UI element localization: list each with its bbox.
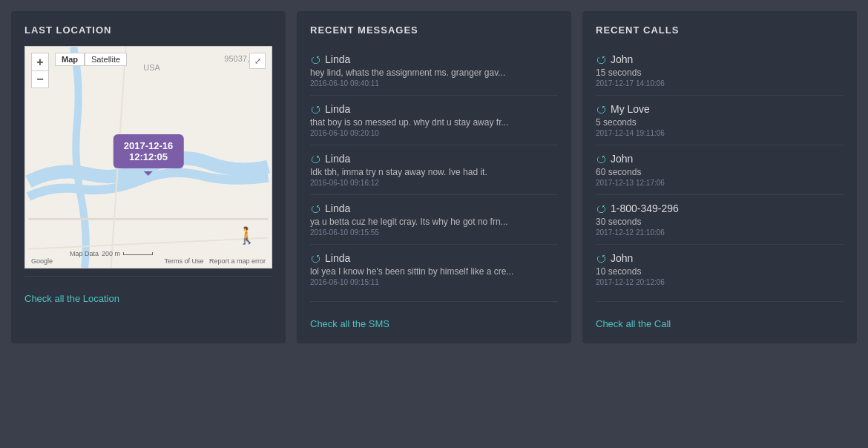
recent-messages-title: RECENT MESSAGES: [310, 24, 558, 36]
call-time: 2017-12-13 12:17:06: [596, 179, 844, 187]
call-item: ⭯ John 10 seconds 2017-12-12 20:12:06: [596, 245, 844, 294]
call-time: 2017-12-12 21:10:06: [596, 228, 844, 237]
message-text: Idk tbh, imma try n stay away now. Ive h…: [310, 167, 558, 177]
recent-calls-title: RECENT CALLS: [596, 24, 844, 36]
caller-name: John: [611, 53, 633, 65]
message-item: ⭯ Linda Idk tbh, imma try n stay away no…: [310, 145, 558, 195]
call-time: 2017-12-12 20:12:06: [596, 278, 844, 286]
call-time: 2017-12-17 14:10:06: [596, 79, 844, 88]
contact-icon: ⭯: [596, 153, 606, 165]
contact-icon: ⭯: [310, 202, 320, 214]
call-name: ⭯ John: [596, 153, 844, 165]
map-type-satellite-button[interactable]: Satellite: [85, 53, 127, 66]
map-country-label: USA: [143, 63, 160, 72]
message-sender: ⭯ Linda: [310, 53, 558, 65]
recent-calls-card: RECENT CALLS ⭯ John 15 seconds 2017-12-1…: [582, 11, 857, 343]
call-item: ⭯ John 15 seconds 2017-12-17 14:10:06: [596, 46, 844, 96]
message-item: ⭯ Linda lol yea I know he's been sittin …: [310, 245, 558, 294]
call-name: ⭯ John: [596, 53, 844, 65]
message-time: 2016-06-10 09:15:11: [310, 278, 558, 286]
recent-messages-card: RECENT MESSAGES ⭯ Linda hey lind, whats …: [297, 11, 571, 343]
map-footer-text: Terms of Use Report a map error: [164, 257, 266, 265]
map-container: + − Map Satellite ⤢ 95037, USA 2017-12-1…: [24, 46, 272, 269]
last-location-card: LAST LOCATION + −: [11, 11, 286, 343]
contact-icon: ⭯: [596, 53, 606, 65]
caller-name: 1-800-349-296: [611, 202, 679, 214]
call-name: ⭯ John: [596, 252, 844, 264]
check-location-link[interactable]: Check all the Location: [24, 293, 119, 304]
sender-name: Linda: [325, 202, 350, 214]
message-sender: ⭯ Linda: [310, 153, 558, 165]
map-scale: Map Data 200 m: [70, 250, 153, 257]
calls-list: ⭯ John 15 seconds 2017-12-17 14:10:06 ⭯ …: [596, 46, 844, 294]
message-time: 2016-06-10 09:16:12: [310, 179, 558, 187]
check-sms-link[interactable]: Check all the SMS: [310, 318, 389, 329]
contact-icon: ⭯: [310, 252, 320, 264]
message-time: 2016-06-10 09:15:55: [310, 228, 558, 237]
call-duration: 60 seconds: [596, 167, 844, 177]
map-type-map-button[interactable]: Map: [55, 53, 85, 66]
call-item: ⭯ My Love 5 seconds 2017-12-14 19:11:06: [596, 96, 844, 145]
contact-icon: ⭯: [596, 252, 606, 264]
call-duration: 15 seconds: [596, 67, 844, 78]
contact-icon: ⭯: [596, 202, 606, 214]
message-sender: ⭯ Linda: [310, 202, 558, 214]
sender-name: Linda: [325, 153, 350, 165]
sender-name: Linda: [325, 103, 350, 115]
sender-name: Linda: [325, 53, 350, 65]
caller-name: John: [611, 252, 633, 264]
map-zoom-controls: + −: [31, 53, 49, 88]
map-pin: 2017-12-16 12:12:05: [114, 134, 184, 168]
message-sender: ⭯ Linda: [310, 103, 558, 115]
map-pin-date: 2017-12-16: [124, 140, 174, 151]
call-name: ⭯ My Love: [596, 103, 844, 115]
calls-section-bottom: Check all the Call: [596, 301, 844, 330]
zoom-out-button[interactable]: −: [31, 70, 49, 88]
messages-list: ⭯ Linda hey lind, whats the assignment m…: [310, 46, 558, 294]
fullscreen-button[interactable]: ⤢: [249, 53, 266, 69]
location-section-bottom: Check all the Location: [24, 276, 272, 305]
call-duration: 5 seconds: [596, 117, 844, 128]
message-time: 2016-06-10 09:20:10: [310, 129, 558, 137]
caller-name: John: [611, 153, 633, 165]
message-text: lol yea I know he's been sittin by himse…: [310, 266, 558, 277]
map-background: + − Map Satellite ⤢ 95037, USA 2017-12-1…: [25, 47, 272, 268]
call-name: ⭯ 1-800-349-296: [596, 202, 844, 214]
call-item: ⭯ John 60 seconds 2017-12-13 12:17:06: [596, 145, 844, 195]
message-time: 2016-06-10 09:40:11: [310, 79, 558, 88]
call-time: 2017-12-14 19:11:06: [596, 129, 844, 137]
contact-icon: ⭯: [310, 103, 320, 115]
map-zip-label: 95037,: [224, 54, 249, 63]
messages-section-bottom: Check all the SMS: [310, 301, 558, 330]
map-google-logo: Google: [31, 257, 53, 265]
call-duration: 10 seconds: [596, 266, 844, 277]
sender-name: Linda: [325, 252, 350, 264]
last-location-title: LAST LOCATION: [24, 24, 272, 36]
message-text: hey lind, whats the assignment ms. grang…: [310, 67, 558, 78]
message-item: ⭯ Linda ya u betta cuz he legit cray. It…: [310, 195, 558, 245]
map-pin-bubble: 2017-12-16 12:12:05: [114, 134, 184, 168]
message-text: that boy is so messed up. why dnt u stay…: [310, 117, 558, 128]
map-pin-time: 12:12:05: [124, 151, 174, 162]
caller-name: My Love: [611, 103, 650, 115]
contact-icon: ⭯: [596, 103, 606, 115]
contact-icon: ⭯: [310, 153, 320, 165]
zoom-in-button[interactable]: +: [31, 53, 49, 70]
call-item: ⭯ 1-800-349-296 30 seconds 2017-12-12 21…: [596, 195, 844, 245]
contact-icon: ⭯: [310, 53, 320, 65]
check-calls-link[interactable]: Check all the Call: [596, 318, 671, 329]
map-type-controls: Map Satellite: [55, 53, 127, 66]
message-text: ya u betta cuz he legit cray. Its why he…: [310, 217, 558, 227]
message-item: ⭯ Linda hey lind, whats the assignment m…: [310, 46, 558, 96]
message-sender: ⭯ Linda: [310, 252, 558, 264]
message-item: ⭯ Linda that boy is so messed up. why dn…: [310, 96, 558, 145]
call-duration: 30 seconds: [596, 217, 844, 227]
map-person-icon: 🚶: [237, 226, 257, 246]
